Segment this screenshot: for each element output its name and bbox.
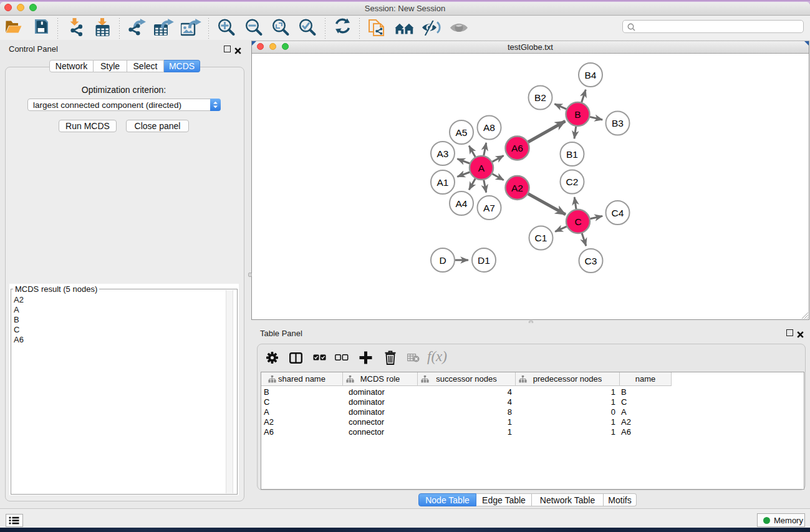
svg-text:C2: C2	[566, 177, 579, 187]
svg-text:A5: A5	[456, 127, 468, 138]
svg-text:C3: C3	[585, 256, 597, 266]
svg-text:C1: C1	[535, 233, 547, 243]
svg-text:A6: A6	[511, 143, 523, 153]
svg-text:B3: B3	[612, 118, 624, 128]
svg-text:A7: A7	[483, 203, 495, 213]
svg-text:A4: A4	[456, 198, 468, 209]
svg-text:B2: B2	[534, 92, 546, 103]
svg-text:B4: B4	[585, 70, 597, 80]
svg-text:A1: A1	[437, 177, 449, 188]
svg-text:A: A	[478, 163, 485, 173]
svg-text:C: C	[574, 216, 581, 227]
svg-text:D: D	[439, 255, 446, 266]
svg-text:C4: C4	[612, 208, 624, 218]
svg-text:D1: D1	[478, 255, 490, 266]
svg-text:A2: A2	[511, 183, 523, 193]
svg-text:B: B	[574, 109, 581, 120]
svg-text:A8: A8	[483, 122, 495, 133]
svg-text:B1: B1	[566, 149, 578, 160]
svg-text:A3: A3	[437, 148, 449, 159]
